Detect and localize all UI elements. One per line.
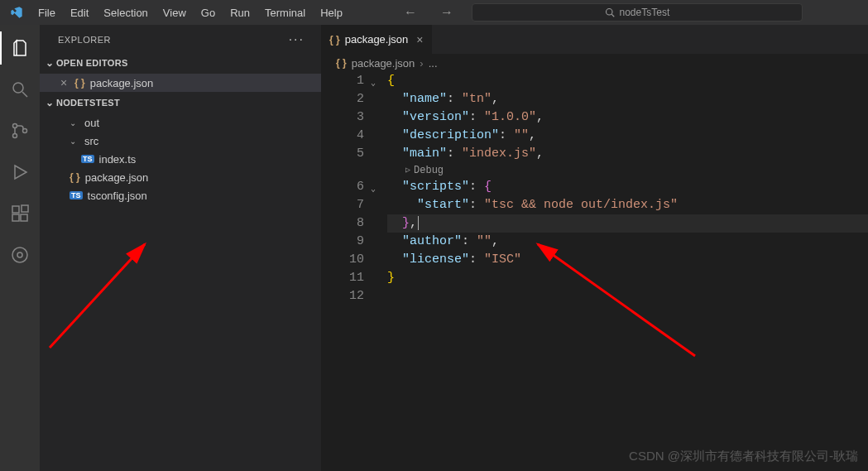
line-number: 6⌄ (321, 178, 364, 196)
code-line[interactable]: }, (387, 214, 868, 233)
chevron-down-icon: ⌄ (70, 137, 79, 146)
chevron-down-icon: ⌄ (43, 97, 56, 108)
ts-icon: TS (70, 191, 83, 199)
line-number: 11 (321, 269, 364, 287)
activity-debug-icon[interactable] (0, 156, 40, 189)
titlebar: FileEditSelectionViewGoRunTerminalHelp ←… (0, 0, 868, 25)
code-line[interactable] (387, 287, 868, 305)
tree-label: out (84, 117, 99, 129)
open-editors-header[interactable]: ⌄ OPEN EDITORS (40, 54, 321, 72)
code-line[interactable]: "description": "", (387, 127, 868, 145)
activity-scm-icon[interactable] (0, 114, 40, 147)
sidebar-title: EXPLORER (58, 35, 111, 45)
breadcrumb-item: package.json (352, 57, 415, 70)
code-line[interactable]: "version": "1.0.0", (387, 108, 868, 127)
svg-point-4 (13, 124, 17, 128)
svg-rect-10 (22, 205, 28, 212)
code-line[interactable]: "start": "tsc && node out/index.js" (387, 196, 868, 214)
command-center-search[interactable]: nodeTsTest (472, 3, 803, 22)
activity-remote-icon[interactable] (0, 238, 40, 272)
svg-rect-8 (12, 214, 19, 221)
menu-go[interactable]: Go (194, 3, 222, 22)
svg-point-0 (606, 9, 612, 16)
line-number: 9 (321, 233, 364, 251)
tab-bar: { } package.json × (321, 25, 868, 54)
code-line[interactable]: "author": "", (387, 233, 868, 251)
braces-icon: { } (329, 34, 340, 46)
svg-point-11 (12, 248, 27, 262)
folder-item[interactable]: ⌄src (40, 132, 321, 150)
line-number: 2 (321, 90, 364, 108)
code-editor[interactable]: 1⌄23456⌄789101112 { "name": "tn", "versi… (321, 72, 868, 471)
line-number: 4 (321, 127, 364, 145)
activity-extensions-icon[interactable] (0, 197, 40, 230)
svg-point-5 (13, 134, 17, 138)
sidebar-more-icon[interactable]: ··· (289, 32, 305, 47)
svg-line-3 (22, 92, 27, 97)
menu-run[interactable]: Run (223, 3, 257, 22)
vscode-logo-icon (10, 6, 23, 19)
code-line[interactable]: "name": "tn", (387, 90, 868, 108)
svg-rect-9 (21, 214, 27, 221)
activity-bar (0, 25, 40, 471)
svg-point-6 (23, 129, 27, 133)
code-line[interactable]: } (387, 269, 868, 287)
nav-forward-icon[interactable]: → (435, 3, 458, 22)
menu-help[interactable]: Help (314, 3, 349, 22)
code-line[interactable]: { (387, 72, 868, 90)
tree-label: index.ts (99, 153, 137, 166)
menu-selection[interactable]: Selection (97, 3, 154, 22)
tree-label: tsconfig.json (88, 190, 147, 202)
breadcrumb[interactable]: { } package.json › ... (321, 54, 868, 72)
line-number: 3 (321, 108, 364, 127)
file-item[interactable]: TStsconfig.json (40, 186, 321, 204)
line-number: 7 (321, 196, 364, 214)
file-item[interactable]: { }package.json (40, 168, 321, 186)
play-icon: ▷ (405, 161, 410, 180)
line-number: 8 (321, 214, 364, 233)
editor-group: { } package.json × { } package.json › ..… (321, 25, 868, 471)
search-icon (605, 7, 615, 17)
line-number: 10 (321, 251, 364, 269)
chevron-down-icon: ⌄ (70, 118, 79, 127)
chevron-down-icon: ⌄ (43, 57, 56, 69)
code-line[interactable]: "scripts": { (387, 178, 868, 196)
activity-explorer-icon[interactable] (0, 31, 40, 65)
ts-icon: TS (81, 155, 94, 163)
codelens-debug[interactable]: ▷Debug (387, 163, 868, 178)
line-number: 12 (321, 287, 364, 305)
nav-back-icon[interactable]: ← (399, 3, 422, 22)
file-label: package.json (90, 77, 154, 89)
code-line[interactable]: "main": "index.js", (387, 145, 868, 163)
activity-search-icon[interactable] (0, 73, 40, 106)
braces-icon: { } (336, 57, 347, 69)
folder-item[interactable]: ⌄out (40, 113, 321, 132)
chevron-right-icon: › (420, 57, 423, 70)
open-editor-item[interactable]: × { } package.json (40, 74, 321, 92)
tree-label: package.json (85, 171, 149, 184)
code-line[interactable]: "license": "ISC" (387, 251, 868, 269)
tab-label: package.json (345, 33, 409, 46)
tab-package-json[interactable]: { } package.json × (321, 25, 433, 54)
file-item[interactable]: TSindex.ts (40, 150, 321, 168)
menu-edit[interactable]: Edit (64, 3, 95, 22)
line-number: 5 (321, 145, 364, 163)
tree-label: src (84, 135, 98, 147)
watermark: CSDN @深圳市有德者科技有限公司-耿瑞 (629, 449, 858, 464)
breadcrumb-more: ... (429, 57, 438, 70)
braces-icon: { } (70, 171, 80, 183)
explorer-sidebar: EXPLORER ··· ⌄ OPEN EDITORS × { } packag… (40, 25, 321, 471)
menu-file[interactable]: File (31, 3, 62, 22)
menu-terminal[interactable]: Terminal (258, 3, 312, 22)
svg-line-1 (611, 14, 614, 17)
svg-rect-7 (12, 206, 19, 213)
braces-icon: { } (74, 77, 85, 89)
workspace-header[interactable]: ⌄ NODETSTEST (40, 94, 321, 112)
close-icon[interactable]: × (58, 76, 70, 89)
close-icon[interactable]: × (416, 33, 423, 46)
menu-view[interactable]: View (156, 3, 193, 22)
svg-point-12 (17, 252, 22, 257)
search-placeholder: nodeTsTest (620, 7, 670, 18)
svg-point-2 (13, 83, 23, 93)
menu-bar: FileEditSelectionViewGoRunTerminalHelp (31, 3, 349, 22)
